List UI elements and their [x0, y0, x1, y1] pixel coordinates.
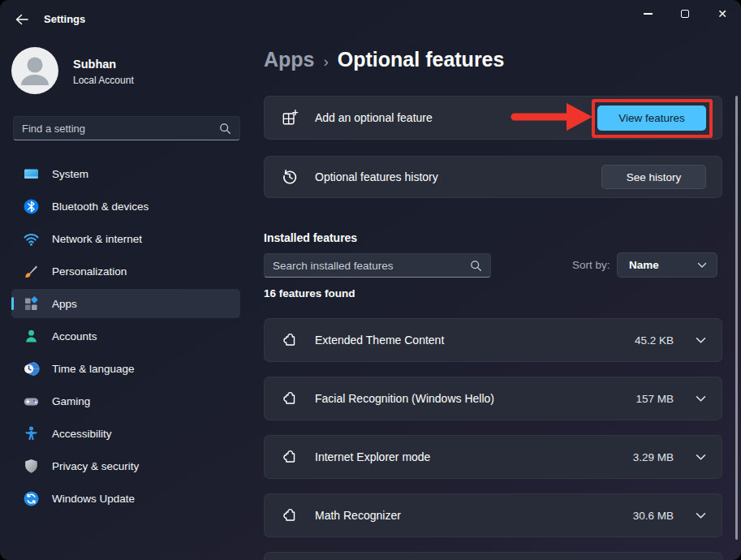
window-controls: ✕ [629, 0, 741, 28]
search-installed-features-input[interactable] [273, 260, 470, 272]
feature-size: 3.29 MB [633, 451, 674, 463]
accessibility-person-icon [23, 425, 40, 442]
sidebar-nav: System Bluetooth & devices Network & int… [11, 159, 240, 516]
sidebar-item-label: Personalization [52, 265, 127, 278]
feature-name: Facial Recognition (Windows Hello) [315, 392, 494, 405]
find-a-setting-input[interactable] [22, 123, 219, 135]
update-icon [23, 490, 40, 507]
sidebar: Subhan Local Account System Bluetooth & … [0, 32, 252, 560]
chevron-down-icon [697, 262, 707, 269]
back-arrow-icon [15, 13, 29, 26]
search-icon [470, 260, 482, 272]
feature-row-math-recognizer[interactable]: Math Recognizer 30.6 MB [264, 493, 722, 537]
title-bar: Settings ✕ [0, 0, 741, 32]
optional-features-history-card: Optional features history See history [264, 156, 722, 198]
sidebar-item-windows-update[interactable]: Windows Update [11, 484, 240, 513]
search-icon [219, 123, 231, 135]
sidebar-item-personalization[interactable]: Personalization [11, 256, 240, 286]
history-icon [281, 168, 299, 186]
settings-window: Settings ✕ Subhan Local Account [0, 0, 741, 560]
sidebar-item-label: Windows Update [52, 493, 135, 505]
user-name: Subhan [73, 58, 116, 71]
feature-row-extended-theme-content[interactable]: Extended Theme Content 45.2 KB [264, 318, 722, 362]
sidebar-item-gaming[interactable]: Gaming [11, 386, 240, 416]
sidebar-item-label: Gaming [52, 395, 90, 407]
puzzle-icon [281, 448, 299, 466]
sidebar-item-bluetooth-devices[interactable]: Bluetooth & devices [11, 192, 240, 221]
gamepad-icon [23, 393, 40, 410]
search-installed-features[interactable] [264, 253, 491, 278]
system-icon [23, 166, 40, 183]
puzzle-icon [281, 331, 299, 349]
chevron-down-icon[interactable] [696, 512, 706, 519]
feature-name: Extended Theme Content [315, 334, 444, 347]
sidebar-item-label: Time & language [52, 363, 135, 375]
close-button[interactable]: ✕ [704, 0, 741, 28]
maximize-button[interactable] [666, 0, 704, 28]
apps-icon [23, 295, 40, 312]
sidebar-item-time-language[interactable]: Time & language [11, 354, 240, 383]
feature-size: 45.2 KB [635, 334, 674, 347]
back-button[interactable] [10, 10, 34, 29]
sidebar-item-accessibility[interactable]: Accessibility [11, 419, 240, 448]
sort-dropdown[interactable]: Name [617, 252, 717, 278]
features-count: 16 features found [264, 287, 355, 299]
chevron-down-icon[interactable] [696, 454, 706, 461]
feature-size: 157 MB [635, 393, 674, 405]
feature-row-facial-recognition[interactable]: Facial Recognition (Windows Hello) 157 M… [264, 377, 722, 420]
vertical-scrollbar[interactable] [735, 96, 738, 540]
accounts-icon [23, 328, 40, 345]
sidebar-item-label: System [52, 168, 88, 180]
feature-name: Internet Explorer mode [315, 450, 430, 463]
page-title: Optional features [338, 48, 505, 71]
sidebar-item-label: Accounts [52, 330, 97, 342]
close-icon: ✕ [717, 8, 727, 19]
see-history-button[interactable]: See history [601, 165, 706, 189]
installed-features-heading: Installed features [264, 231, 357, 244]
puzzle-icon [281, 390, 299, 407]
add-optional-feature-label: Add an optional feature [315, 111, 433, 124]
sidebar-item-accounts[interactable]: Accounts [11, 321, 240, 351]
user-account-type: Local Account [73, 75, 134, 86]
sort-dropdown-value: Name [629, 259, 697, 271]
optional-features-history-label: Optional features history [315, 170, 438, 183]
breadcrumb-apps[interactable]: Apps [264, 48, 315, 71]
app-title: Settings [44, 13, 85, 25]
minimize-icon [644, 13, 653, 15]
clock-globe-icon [23, 360, 40, 377]
view-features-button[interactable]: View features [597, 106, 706, 131]
chevron-down-icon[interactable] [696, 337, 706, 344]
find-a-setting-search[interactable] [13, 116, 240, 140]
sidebar-item-apps[interactable]: Apps [11, 289, 240, 318]
breadcrumb-separator: › [324, 53, 329, 71]
shield-icon [23, 458, 40, 475]
person-icon [11, 47, 58, 94]
feature-row-internet-explorer-mode[interactable]: Internet Explorer mode 3.29 MB [264, 435, 722, 479]
sidebar-item-privacy-security[interactable]: Privacy & security [11, 451, 240, 480]
minimize-button[interactable] [629, 0, 666, 28]
add-optional-feature-card: Add an optional feature View features [264, 96, 722, 140]
grid-plus-icon [281, 109, 299, 127]
sort-by-label: Sort by: [572, 259, 610, 271]
sidebar-item-label: Apps [52, 298, 77, 310]
bluetooth-icon [23, 198, 40, 215]
sidebar-item-label: Network & internet [52, 233, 142, 245]
sidebar-item-network-internet[interactable]: Network & internet [11, 224, 240, 253]
sidebar-item-label: Privacy & security [52, 460, 139, 472]
maximize-icon [681, 10, 689, 18]
feature-size: 30.6 MB [633, 510, 674, 522]
feature-row-partial [264, 552, 722, 560]
breadcrumb: Apps › Optional features [264, 48, 504, 71]
avatar[interactable] [11, 47, 58, 94]
sidebar-item-label: Accessibility [52, 428, 112, 440]
chevron-down-icon[interactable] [696, 395, 706, 403]
sidebar-item-label: Bluetooth & devices [52, 200, 149, 213]
sidebar-item-system[interactable]: System [11, 159, 240, 188]
paintbrush-icon [23, 263, 40, 280]
puzzle-icon [281, 506, 299, 524]
feature-name: Math Recognizer [315, 509, 401, 522]
wifi-icon [23, 230, 40, 248]
